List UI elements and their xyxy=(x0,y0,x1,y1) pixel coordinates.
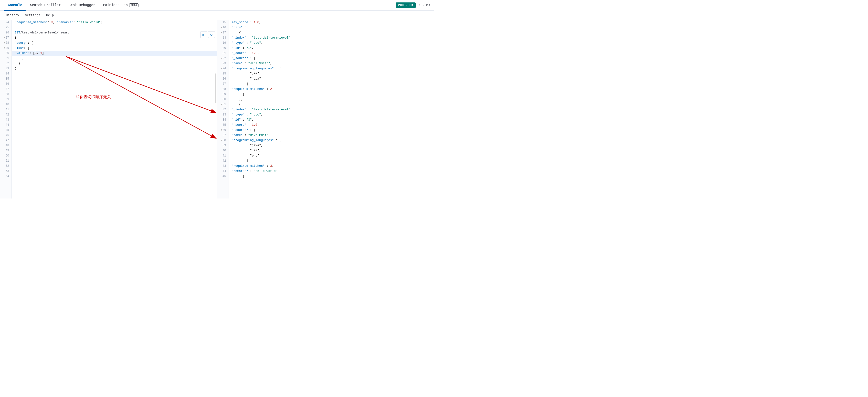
response-line-16: "hits" : [ xyxy=(229,25,434,30)
response-line-33: "_type" : "_doc", xyxy=(229,112,434,118)
editor-code[interactable]: "required_matches": 3, "remarks": "hello… xyxy=(12,20,217,199)
response-line-31: { xyxy=(229,102,434,107)
editor-scrollbar[interactable] xyxy=(215,73,216,103)
response-line-30: }, xyxy=(229,97,434,102)
fold-arrow[interactable]: ▼ xyxy=(221,66,222,71)
response-line-num-19: 19 xyxy=(217,40,228,46)
response-line-39: "java", xyxy=(229,143,434,148)
response-line-num-38: ▼38 xyxy=(217,138,228,143)
editor-line-num-52: 52 xyxy=(0,164,11,169)
editor-line-35 xyxy=(12,76,217,81)
editor-line-num-31: 31 xyxy=(0,56,11,61)
response-line-18: "_index" : "test-dsl-term-level", xyxy=(229,35,434,40)
editor-line-36 xyxy=(12,81,217,87)
editor-line-num-47: 47 xyxy=(0,138,11,143)
response-line-17: { xyxy=(229,30,434,35)
editor-line-num-40: 40 xyxy=(0,102,11,107)
editor-line-24: "required_matches": 3, "remarks": "hello… xyxy=(12,20,217,25)
response-line-num-41: 41 xyxy=(217,153,228,159)
response-line-20: "_id" : "1", xyxy=(229,46,434,51)
editor-line-num-44: 44 xyxy=(0,123,11,128)
editor-line-num-43: 43 xyxy=(0,118,11,123)
fold-arrow[interactable]: ▼ xyxy=(221,25,222,30)
nav-history[interactable]: History xyxy=(4,12,21,18)
response-line-num-20: 20 xyxy=(217,46,228,51)
editor-line-44 xyxy=(12,123,217,128)
editor-line-num-51: 51 xyxy=(0,159,11,164)
response-line-26: "java" xyxy=(229,76,434,81)
response-line-num-35: 35 xyxy=(217,123,228,128)
status-area: 200 – OK 102 ms xyxy=(396,2,430,8)
editor-line-num-54: 54 xyxy=(0,174,11,179)
response-line-num-37: 37 xyxy=(217,133,228,138)
method-keyword: GET xyxy=(14,30,20,35)
editor-line-32: } xyxy=(12,61,217,66)
fold-arrow[interactable]: ▼ xyxy=(221,56,222,61)
tab-painless-lab[interactable]: Painless Lab BETA xyxy=(99,0,143,11)
editor-line-num-37: 37 xyxy=(0,87,11,92)
editor-line-46 xyxy=(12,133,217,138)
editor-line-50 xyxy=(12,153,217,159)
editor-line-41 xyxy=(12,107,217,112)
response-line-28: "required_matches" : 2 xyxy=(229,87,434,92)
response-line-num-28: 28 xyxy=(217,87,228,92)
nav-help[interactable]: Help xyxy=(44,12,56,18)
response-line-num-25: 25 xyxy=(217,71,228,76)
response-line-num-29: 29 xyxy=(217,92,228,97)
fold-arrow[interactable]: ▼ xyxy=(4,46,5,51)
editor-line-47 xyxy=(12,138,217,143)
nav-settings[interactable]: Settings xyxy=(23,12,42,18)
secondary-nav: History Settings Help xyxy=(0,11,434,20)
editor-line-37 xyxy=(12,87,217,92)
response-code[interactable]: max_score : 1.0, "hits" : [ { "_index" :… xyxy=(229,20,434,199)
editor-line-num-42: 42 xyxy=(0,112,11,118)
response-line-num-24: ▼24 xyxy=(217,66,228,71)
editor-line-29: "ids": { xyxy=(12,46,217,51)
editor-actions: ▶ ⚙ xyxy=(198,30,217,39)
editor-line-num-39: 39 xyxy=(0,97,11,102)
tab-grok-debugger[interactable]: Grok Debugger xyxy=(65,0,99,11)
editor-line-num-49: 49 xyxy=(0,148,11,153)
fold-arrow[interactable]: ▼ xyxy=(221,128,222,133)
response-line-num-33: 33 xyxy=(217,112,228,118)
tools-button[interactable]: ⚙ xyxy=(208,31,215,38)
editor-line-num-45: 45 xyxy=(0,128,11,133)
response-line-numbers: 15▼16▼1718192021▼2223▼24252627282930▼313… xyxy=(217,20,229,199)
run-button[interactable]: ▶ xyxy=(200,31,207,38)
response-line-num-32: 32 xyxy=(217,107,228,112)
editor-line-53 xyxy=(12,169,217,174)
top-nav: Console Search Profiler Grok Debugger Pa… xyxy=(0,0,434,11)
response-line-num-22: ▼22 xyxy=(217,56,228,61)
response-line-29: } xyxy=(229,92,434,97)
fold-arrow[interactable]: ▼ xyxy=(221,30,222,35)
response-line-36: "_source" : { xyxy=(229,128,434,133)
editor-line-27: { xyxy=(12,35,217,40)
response-line-num-15: 15 xyxy=(217,20,228,25)
response-line-32: "_index" : "test-dsl-term-level", xyxy=(229,107,434,112)
editor-line-num-30: 30 xyxy=(0,51,11,56)
editor-line-43 xyxy=(12,118,217,123)
tab-search-profiler[interactable]: Search Profiler xyxy=(26,0,65,11)
fold-arrow[interactable]: ▼ xyxy=(221,102,222,107)
editor-line-num-46: 46 xyxy=(0,133,11,138)
fold-arrow[interactable]: ▼ xyxy=(4,40,5,46)
fold-arrow[interactable]: ▼ xyxy=(4,35,5,40)
response-line-23: "name" : "Jane Smith", xyxy=(229,61,434,66)
editor-line-num-29: ▼29 xyxy=(0,46,11,51)
beta-badge: BETA xyxy=(129,3,138,7)
response-line-num-31: ▼31 xyxy=(217,102,228,107)
fold-arrow[interactable]: ▼ xyxy=(221,138,222,143)
tab-console[interactable]: Console xyxy=(4,0,26,11)
response-line-24: "programming_languages" : [ xyxy=(229,66,434,71)
editor-line-num-35: 35 xyxy=(0,76,11,81)
response-line-num-30: 30 xyxy=(217,97,228,102)
response-line-35: "_score" : 1.0, xyxy=(229,123,434,128)
response-line-34: "_id" : "3", xyxy=(229,118,434,123)
status-time: 102 ms xyxy=(418,3,430,7)
response-line-num-23: 23 xyxy=(217,61,228,66)
editor-line-39 xyxy=(12,97,217,102)
editor-line-numbers: 242526▼27▼28▼293031323334353637383940414… xyxy=(0,20,12,199)
editor-line-30: "values": [3, 1] xyxy=(12,51,217,56)
response-line-40: "c++", xyxy=(229,148,434,153)
status-code: 200 – OK xyxy=(396,2,416,8)
